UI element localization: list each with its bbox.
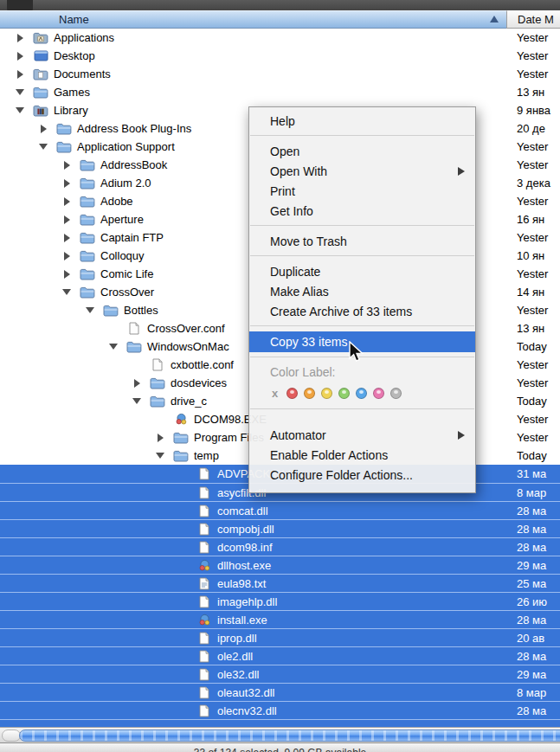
tree-row-ole2-dll[interactable]: ole2.dll28 ма (0, 646, 560, 665)
tree-row-ole32-dll[interactable]: ole32.dll29 ма (0, 665, 560, 683)
menu-item-print[interactable]: Print (249, 181, 475, 201)
menu-item-open[interactable]: Open (249, 141, 475, 161)
date-modified: 16 ян (517, 210, 560, 228)
menu-item-help[interactable]: Help (249, 111, 475, 131)
scrollbar-track[interactable] (2, 730, 21, 742)
menu-item-copy-33-items[interactable]: Copy 33 items (249, 331, 475, 352)
folder-icon (171, 432, 190, 444)
tree-row-desktop[interactable]: DesktopYester (0, 47, 560, 65)
disclosure-open-icon[interactable] (149, 453, 171, 459)
tree-row-documents[interactable]: DocumentsYester (0, 65, 560, 83)
file-name: cxbottle.conf (171, 358, 234, 371)
disclosure-closed-icon[interactable] (9, 34, 31, 42)
status-bar: 33 of 134 selected, 9.09 GB available (0, 742, 560, 752)
disclosure-open-icon[interactable] (102, 344, 125, 350)
disclosure-open-icon[interactable] (55, 289, 78, 295)
folder-icon (78, 250, 97, 262)
tree-row-applications[interactable]: ApplicationsYester (0, 29, 560, 47)
file-name: ole32.dll (217, 668, 259, 681)
disclosure-closed-icon[interactable] (126, 379, 148, 388)
menu-item-move-to-trash[interactable]: Move to Trash (249, 231, 475, 251)
file-name: imagehlp.dll (217, 595, 277, 608)
disclosure-closed-icon[interactable] (55, 179, 78, 188)
disclosure-closed-icon[interactable] (55, 197, 78, 206)
tree-row-install-exe[interactable]: install.exe28 ма (0, 610, 560, 628)
color-label-dot-0[interactable] (286, 388, 298, 399)
color-label-clear-icon[interactable]: x (272, 387, 278, 400)
toolbar-bottom-strip (0, 0, 560, 10)
file-name: comcat.dll (217, 505, 268, 517)
disclosure-closed-icon[interactable] (149, 434, 171, 442)
folder-icon (31, 87, 50, 99)
color-label-dot-3[interactable] (338, 388, 350, 399)
menu-item-get-info[interactable]: Get Info (249, 201, 475, 221)
documents-folder-icon (31, 68, 50, 80)
tree-row-olecnv32-dll[interactable]: olecnv32.dll28 ма (0, 701, 560, 719)
disclosure-closed-icon[interactable] (32, 125, 55, 133)
menu-item-configure-folder-actions[interactable]: Configure Folder Actions... (249, 465, 475, 485)
date-modified: Today (517, 392, 560, 410)
date-modified: 28 ма (517, 520, 560, 538)
context-menu: HelpOpenOpen WithPrintGet InfoMove to Tr… (248, 106, 476, 493)
date-modified: 25 ма (517, 575, 560, 593)
date-modified: 28 ма (517, 647, 560, 665)
date-modified: 8 мар (517, 684, 560, 702)
disclosure-open-icon[interactable] (79, 307, 101, 313)
file-name: Comic Life (100, 267, 153, 280)
tree-row-oleaut32-dll[interactable]: oleaut32.dll8 мар (0, 683, 560, 701)
document-icon (195, 486, 214, 499)
menu-item-enable-folder-actions[interactable]: Enable Folder Actions (249, 445, 475, 465)
disclosure-open-icon[interactable] (126, 398, 148, 404)
partial-selected-row[interactable] (0, 719, 560, 727)
tree-row-games[interactable]: Games13 ян (0, 83, 560, 101)
date-modified: 3 дека (517, 174, 560, 192)
disclosure-closed-icon[interactable] (55, 270, 78, 279)
scrollbar-thumb[interactable] (19, 730, 560, 742)
file-name: drive_c (171, 395, 207, 408)
menu-item-open-with[interactable]: Open With (249, 161, 475, 181)
date-modified: Today (517, 337, 560, 356)
date-modified: Yester (517, 29, 560, 47)
disclosure-closed-icon[interactable] (9, 70, 31, 79)
tree-row-comcat-dll[interactable]: comcat.dll28 ма (0, 501, 560, 519)
horizontal-scrollbar[interactable] (0, 727, 560, 742)
disclosure-open-icon[interactable] (9, 107, 31, 113)
color-label-dot-2[interactable] (321, 388, 332, 399)
applications-folder-icon (31, 32, 50, 44)
tree-row-eula98-txt[interactable]: eula98.txt25 ма (0, 574, 560, 592)
color-label-dot-5[interactable] (373, 388, 384, 399)
tree-row-iprop-dll[interactable]: iprop.dll20 ав (0, 628, 560, 646)
color-label-dot-6[interactable] (390, 388, 402, 399)
date-modified: 28 ма (517, 611, 560, 629)
tree-row-compobj-dll[interactable]: compobj.dll28 ма (0, 519, 560, 537)
file-name: olecnv32.dll (217, 704, 277, 717)
disclosure-closed-icon[interactable] (55, 234, 78, 242)
column-header-name[interactable]: Name (0, 10, 506, 29)
disclosure-open-icon[interactable] (32, 144, 55, 150)
disclosure-closed-icon[interactable] (55, 252, 78, 260)
color-label-dot-4[interactable] (356, 388, 367, 399)
menu-item-make-alias[interactable]: Make Alias (249, 281, 475, 301)
date-modified: 13 ян (517, 83, 560, 101)
disclosure-closed-icon[interactable] (55, 215, 78, 224)
disclosure-open-icon[interactable] (9, 89, 31, 95)
tree-row-dllhost-exe[interactable]: dllhost.exe29 ма (0, 556, 560, 574)
disclosure-closed-icon[interactable] (9, 52, 31, 61)
color-label-dot-1[interactable] (304, 388, 315, 399)
column-header-date-modified[interactable]: Date M (506, 10, 560, 29)
disclosure-closed-icon[interactable] (55, 161, 78, 170)
file-name: oleaut32.dll (217, 686, 275, 699)
menu-item-duplicate[interactable]: Duplicate (249, 261, 475, 281)
tree-row-dcom98-inf[interactable]: dcom98.inf28 ма (0, 537, 560, 556)
folder-icon (78, 196, 97, 208)
date-modified: 9 янва (517, 101, 560, 119)
tree-row-imagehlp-dll[interactable]: imagehlp.dll26 ию (0, 592, 560, 610)
menu-item-automator[interactable]: Automator (249, 425, 475, 445)
menu-item-create-archive-of-33-items[interactable]: Create Archive of 33 items (249, 301, 475, 321)
file-name: Captain FTP (100, 231, 164, 244)
date-modified: 14 ян (517, 283, 560, 301)
date-modified: Today (517, 447, 560, 465)
date-modified: 29 ма (517, 665, 560, 684)
folder-icon (148, 395, 167, 408)
date-modified: 20 де (517, 119, 560, 138)
